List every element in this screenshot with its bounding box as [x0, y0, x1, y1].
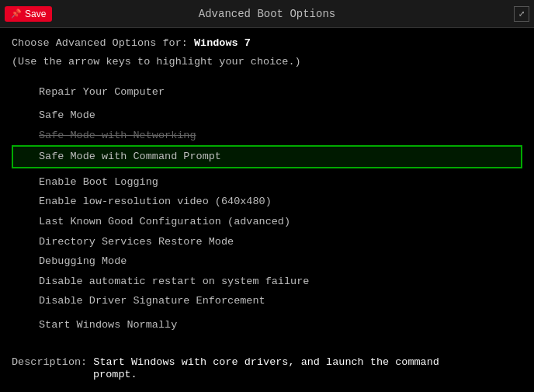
header-line2: (Use the arrow keys to highlight your ch… — [12, 54, 522, 70]
save-button[interactable]: Save — [5, 6, 52, 22]
option-item-repair[interactable]: Repair Your Computer — [12, 82, 522, 102]
header-line1: Choose Advanced Options for: Windows 7 — [12, 36, 522, 51]
option-item-safe-mode-cmd[interactable]: Safe Mode with Command Prompt — [12, 145, 522, 168]
option-item-safe-mode-networking[interactable]: Safe Mode with Networking — [12, 126, 522, 146]
option-item-start-normally[interactable]: Start Windows Normally — [12, 315, 522, 335]
header-prefix: Choose Advanced Options for: — [12, 37, 194, 49]
description-text-1: Start Windows with core drivers, and lau… — [93, 356, 439, 368]
option-item-disable-restart[interactable]: Disable automatic restart on system fail… — [12, 272, 522, 292]
option-item-directory-services[interactable]: Directory Services Restore Mode — [12, 232, 522, 252]
main-content: Choose Advanced Options for: Windows 7 (… — [0, 28, 534, 392]
description-area: Description: Start Windows with core dri… — [12, 355, 522, 380]
option-item-enable-boot-logging[interactable]: Enable Boot Logging — [12, 172, 522, 193]
description-line2: prompt. — [12, 369, 522, 380]
expand-button[interactable]: ⤢ — [514, 6, 529, 22]
option-item-disable-driver-sig[interactable]: Disable Driver Signature Enforcement — [12, 291, 522, 311]
description-line1: Description: Start Windows with core dri… — [12, 355, 522, 369]
window-title: Advanced Boot Options — [199, 8, 335, 20]
option-item-safe-mode[interactable]: Safe Mode — [12, 106, 522, 126]
title-bar: Save Advanced Boot Options ⤢ — [0, 0, 534, 28]
option-item-last-known-good[interactable]: Last Known Good Configuration (advanced) — [12, 212, 522, 232]
option-item-enable-low-res[interactable]: Enable low-resolution video (640x480) — [12, 192, 522, 212]
header-os-name: Windows 7 — [194, 37, 251, 49]
options-list: Repair Your ComputerSafe ModeSafe Mode w… — [12, 82, 522, 335]
description-label: Description: — [12, 356, 93, 368]
option-item-debugging[interactable]: Debugging Mode — [12, 252, 522, 272]
